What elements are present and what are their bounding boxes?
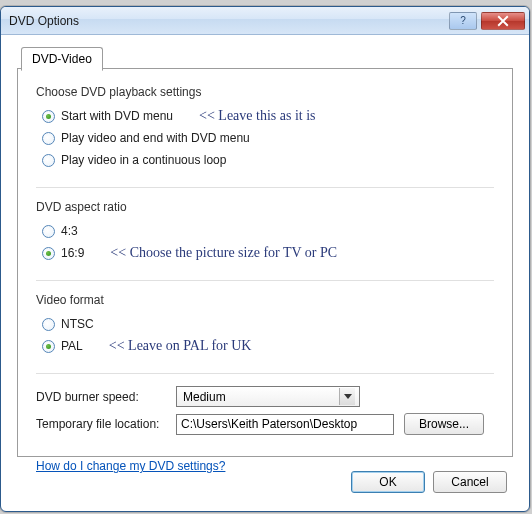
radio-label: Start with DVD menu <box>61 109 173 123</box>
ok-button-label: OK <box>379 475 396 489</box>
temp-location-input[interactable] <box>176 414 394 435</box>
tab-content: Choose DVD playback settings Start with … <box>17 68 513 457</box>
radio-icon <box>42 318 55 331</box>
radio-label: 16:9 <box>61 246 84 260</box>
temp-location-label: Temporary file location: <box>36 417 176 431</box>
radio-icon <box>42 110 55 123</box>
separator <box>36 187 494 188</box>
radio-4-3[interactable]: 4:3 <box>42 222 494 240</box>
group-format-title: Video format <box>36 293 494 307</box>
titlebar: DVD Options ? <box>1 7 529 35</box>
browse-button[interactable]: Browse... <box>404 413 484 435</box>
cancel-button-label: Cancel <box>451 475 488 489</box>
radio-icon <box>42 132 55 145</box>
radio-continuous-loop[interactable]: Play video in a continuous loop <box>42 151 494 169</box>
group-aspect: DVD aspect ratio 4:3 16:9 << Choose the … <box>36 200 494 262</box>
close-icon <box>497 15 509 27</box>
radio-label: Play video and end with DVD menu <box>61 131 250 145</box>
help-link[interactable]: How do I change my DVD settings? <box>36 459 225 473</box>
annotation-format: << Leave on PAL for UK <box>109 338 252 354</box>
radio-icon <box>42 340 55 353</box>
radio-icon <box>42 225 55 238</box>
titlebar-buttons: ? <box>449 12 525 30</box>
radio-ntsc[interactable]: NTSC <box>42 315 494 333</box>
annotation-aspect: << Choose the picture size for TV or PC <box>110 245 337 261</box>
chevron-down-icon <box>344 394 352 399</box>
burner-speed-select[interactable]: Medium <box>176 386 360 407</box>
window-title: DVD Options <box>9 14 79 28</box>
group-aspect-title: DVD aspect ratio <box>36 200 494 214</box>
row-burner-speed: DVD burner speed: Medium <box>36 386 494 407</box>
burner-speed-label: DVD burner speed: <box>36 390 176 404</box>
burner-speed-value: Medium <box>183 390 226 404</box>
group-playback: Choose DVD playback settings Start with … <box>36 85 494 169</box>
tab-dvd-video[interactable]: DVD-Video <box>21 47 103 71</box>
separator <box>36 280 494 281</box>
radio-pal[interactable]: PAL << Leave on PAL for UK <box>42 337 494 355</box>
ok-button[interactable]: OK <box>351 471 425 493</box>
dropdown-button <box>339 388 355 405</box>
radio-label: PAL <box>61 339 83 353</box>
tabstrip: DVD-Video <box>21 47 103 71</box>
client-area: DVD-Video Choose DVD playback settings S… <box>7 41 523 505</box>
dialog-window: DVD Options ? DVD-Video Choose DVD playb… <box>0 6 530 512</box>
help-icon: ? <box>460 15 466 26</box>
group-playback-title: Choose DVD playback settings <box>36 85 494 99</box>
separator <box>36 373 494 374</box>
radio-icon <box>42 154 55 167</box>
radio-label: 4:3 <box>61 224 78 238</box>
radio-icon <box>42 247 55 260</box>
annotation-playback: << Leave this as it is <box>199 108 316 124</box>
radio-label: NTSC <box>61 317 94 331</box>
row-temp-location: Temporary file location: Browse... <box>36 413 494 435</box>
radio-play-and-end-menu[interactable]: Play video and end with DVD menu <box>42 129 494 147</box>
radio-label: Play video in a continuous loop <box>61 153 226 167</box>
radio-start-with-menu[interactable]: Start with DVD menu << Leave this as it … <box>42 107 494 125</box>
radio-16-9[interactable]: 16:9 << Choose the picture size for TV o… <box>42 244 494 262</box>
help-button[interactable]: ? <box>449 12 477 30</box>
cancel-button[interactable]: Cancel <box>433 471 507 493</box>
group-format: Video format NTSC PAL << Leave on PAL fo… <box>36 293 494 355</box>
dialog-buttons: OK Cancel <box>351 471 507 493</box>
close-button[interactable] <box>481 12 525 30</box>
browse-button-label: Browse... <box>419 417 469 431</box>
